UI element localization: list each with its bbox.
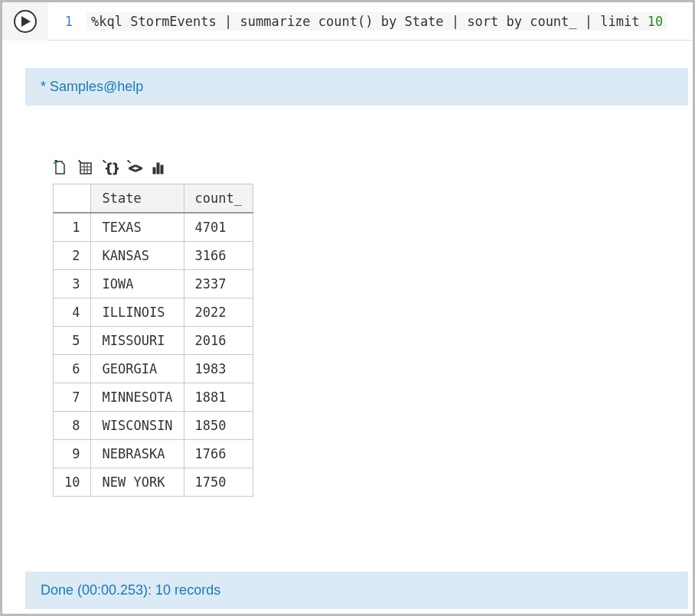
column-header-count[interactable]: count_ [184, 184, 253, 213]
column-header-state[interactable]: State [91, 184, 184, 213]
cell-state: GEORGIA [91, 355, 184, 383]
query-body: StormEvents | summarize count() by State… [130, 14, 648, 29]
row-index: 3 [54, 270, 91, 298]
cell-count: 1850 [184, 412, 253, 440]
cell-state: TEXAS [91, 213, 184, 242]
cell-count: 1983 [184, 355, 253, 383]
svg-text:{}: {} [105, 161, 119, 175]
svg-text:<>: <> [129, 161, 142, 175]
cell-count: 1881 [184, 383, 253, 412]
index-header [54, 184, 91, 213]
cell-state: NEW YORK [91, 468, 184, 497]
table-row: 6GEORGIA1983 [54, 355, 253, 383]
cell-state: MINNESOTA [91, 383, 184, 412]
code-cell: 1 %kql StormEvents | summarize count() b… [2, 2, 693, 41]
cell-count: 3166 [184, 242, 253, 270]
cell-count: 2016 [184, 327, 253, 355]
svg-marker-0 [21, 16, 31, 27]
row-index: 1 [54, 213, 91, 242]
row-index: 9 [54, 440, 91, 468]
table-row: 5MISSOURI2016 [54, 327, 253, 355]
code-editor[interactable]: 1 %kql StormEvents | summarize count() b… [48, 2, 693, 41]
cell-state: WISCONSIN [91, 412, 184, 440]
play-icon [21, 16, 31, 27]
row-index: 10 [54, 468, 91, 497]
context-banner: * Samples@help [25, 68, 688, 106]
status-banner: Done (00:00.253): 10 records [25, 572, 688, 609]
run-button[interactable] [14, 10, 37, 33]
export-json-icon[interactable]: {} [102, 159, 119, 176]
table-body: 1TEXAS47012KANSAS31663IOWA23374ILLINOIS2… [54, 213, 253, 497]
row-index: 8 [54, 412, 91, 440]
output-area: * Samples@help {} [25, 68, 688, 497]
row-index: 5 [54, 327, 91, 355]
cell-count: 2022 [184, 298, 253, 327]
export-dataframe-icon[interactable] [77, 159, 94, 176]
table-row: 1TEXAS4701 [54, 213, 253, 242]
cell-count: 1766 [184, 440, 253, 468]
export-clipboard-icon[interactable] [53, 159, 70, 176]
table-header-row: State count_ [54, 184, 253, 213]
cell-state: ILLINOIS [91, 298, 184, 327]
cell-state: KANSAS [91, 242, 184, 270]
table-row: 2KANSAS3166 [54, 242, 253, 270]
table-row: 7MINNESOTA1881 [54, 383, 253, 412]
cell-count: 1750 [184, 468, 253, 497]
row-index: 2 [54, 242, 91, 270]
row-index: 6 [54, 355, 91, 383]
cell-state: IOWA [91, 270, 184, 298]
results-table: State count_ 1TEXAS47012KANSAS31663IOWA2… [53, 184, 253, 497]
cell-state: NEBRASKA [91, 440, 184, 468]
svg-rect-13 [157, 163, 159, 174]
row-index: 7 [54, 383, 91, 412]
line-number: 1 [48, 14, 86, 29]
table-row: 4ILLINOIS2022 [54, 298, 253, 327]
chart-icon[interactable] [151, 159, 168, 176]
cell-state: MISSOURI [91, 327, 184, 355]
svg-rect-14 [161, 165, 163, 174]
magic-command: %kql [91, 14, 130, 29]
code-text: %kql StormEvents | summarize count() by … [86, 12, 667, 31]
table-row: 9NEBRASKA1766 [54, 440, 253, 468]
svg-rect-2 [80, 163, 91, 174]
table-row: 10NEW YORK1750 [54, 468, 253, 497]
cell-count: 4701 [184, 213, 253, 242]
results-toolbar: {} <> [53, 159, 688, 176]
svg-rect-12 [153, 168, 155, 174]
run-gutter [2, 2, 48, 41]
export-code-icon[interactable]: <> [126, 159, 143, 176]
row-index: 4 [54, 298, 91, 327]
table-row: 3IOWA2337 [54, 270, 253, 298]
svg-marker-7 [79, 160, 82, 163]
limit-literal: 10 [648, 14, 663, 29]
cell-count: 2337 [184, 270, 253, 298]
table-row: 8WISCONSIN1850 [54, 412, 253, 440]
